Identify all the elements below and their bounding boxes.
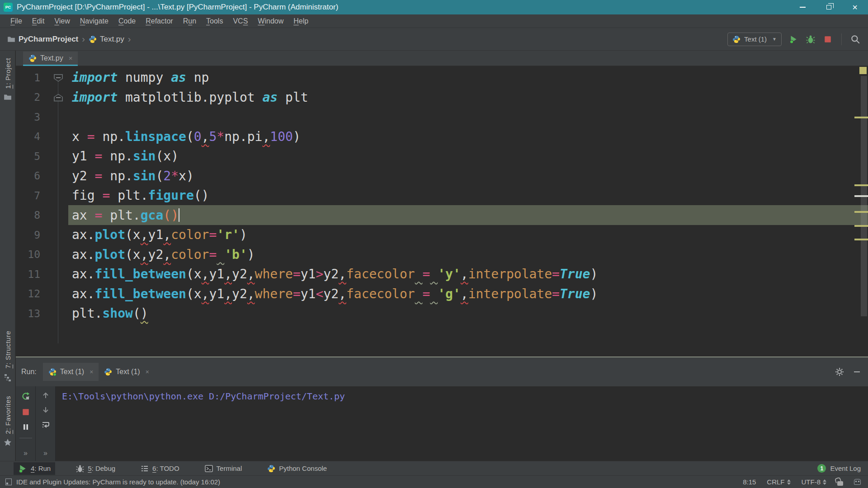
error-stripe-mark[interactable] xyxy=(854,239,868,240)
line-number: 2 xyxy=(16,91,40,103)
overflow-chevron-icon[interactable]: » xyxy=(24,449,28,457)
folder-icon xyxy=(4,93,12,101)
sidebar-item-structure[interactable]: 7: Structure xyxy=(0,331,15,381)
gutter-fold-column xyxy=(40,284,72,304)
code-line-3[interactable]: 3 xyxy=(16,107,868,127)
hector-inspections-icon[interactable] xyxy=(854,479,861,485)
minimize-button[interactable] xyxy=(789,0,816,14)
code-line-13[interactable]: 13plt.show() xyxy=(16,304,868,324)
console-toolbar-right: » xyxy=(36,386,56,461)
error-stripe-mark[interactable] xyxy=(854,184,868,186)
menu-window[interactable]: Window xyxy=(254,16,288,27)
menu-navigate[interactable]: Navigate xyxy=(76,16,113,27)
code-line-2[interactable]: 2import matplotlib.pyplot as plt xyxy=(16,88,868,108)
menu-help[interactable]: Help xyxy=(289,16,312,27)
breadcrumb-item[interactable]: PyCharmProject xyxy=(19,35,78,44)
toolwindow-toggle-icon[interactable] xyxy=(5,479,12,485)
code-area: 1import numpy as np2import matplotlib.py… xyxy=(16,66,868,324)
toolbar-separator xyxy=(19,438,32,438)
menu-tools[interactable]: Tools xyxy=(202,16,227,27)
tab-text-py[interactable]: Text.py × xyxy=(23,52,78,66)
hide-icon xyxy=(854,371,860,372)
unlock-icon[interactable] xyxy=(837,481,843,486)
code-line-9[interactable]: 9ax.plot(x,y1,color='r') xyxy=(16,225,868,245)
caret-position-widget[interactable]: 8:15 xyxy=(743,478,756,486)
stop-button[interactable] xyxy=(22,408,30,416)
menu-refactor[interactable]: Refactor xyxy=(142,16,177,27)
code-text: import matplotlib.pyplot as plt xyxy=(72,88,308,108)
encoding-widget[interactable]: UTF-8 xyxy=(802,478,827,486)
line-separator-value: CRLF xyxy=(767,478,784,486)
run-config-select[interactable]: Text (1) ▼ xyxy=(727,33,782,46)
sidebar-item-favorites[interactable]: 2: Favorites xyxy=(0,396,15,446)
down-stack-trace-button[interactable] xyxy=(42,406,49,413)
fold-marker-icon[interactable] xyxy=(54,74,63,82)
line-separator-widget[interactable]: CRLF xyxy=(767,478,790,486)
stripe-label: 2: Favorites xyxy=(4,396,12,434)
error-stripe-mark[interactable] xyxy=(854,117,868,118)
toolbar-divider xyxy=(841,33,842,45)
fold-marker-icon[interactable] xyxy=(54,94,63,102)
toolwindow-button-label: 5: Debug xyxy=(88,465,115,472)
menu-run[interactable]: Run xyxy=(179,16,200,27)
toolwindow-button--debug[interactable]: 5: Debug xyxy=(71,463,120,474)
event-log-button[interactable]: 1Event Log xyxy=(817,464,861,473)
toolwindow-button--todo[interactable]: 6: TODO xyxy=(136,463,184,474)
run-tab-1[interactable]: Text (1)× xyxy=(43,363,99,381)
run-console[interactable]: E:\Tools\python\python.exe D:/PyCharmPro… xyxy=(56,386,868,461)
run-tab-2[interactable]: Text (1)× xyxy=(99,363,155,381)
restore-button[interactable] xyxy=(816,0,842,14)
code-line-5[interactable]: 5y1 = np.sin(x) xyxy=(16,146,868,166)
inspection-indicator[interactable] xyxy=(859,67,867,74)
toolwindow-button-label: Python Console xyxy=(279,465,327,472)
toolwindow-button--run[interactable]: 4: Run xyxy=(14,462,55,475)
pause-output-button[interactable] xyxy=(22,423,29,431)
menu-code[interactable]: Code xyxy=(114,16,140,27)
run-button[interactable] xyxy=(788,34,799,45)
error-stripe-mark[interactable] xyxy=(854,195,868,197)
toolwindow-button-terminal[interactable]: Terminal xyxy=(200,463,247,474)
code-line-10[interactable]: 10ax.plot(x,y2,color= 'b') xyxy=(16,245,868,265)
code-line-8[interactable]: 8ax = plt.gca() xyxy=(16,206,868,225)
code-line-7[interactable]: 7fig = plt.figure() xyxy=(16,186,868,206)
pause-icon xyxy=(22,423,29,431)
search-everywhere-button[interactable] xyxy=(850,34,861,45)
code-line-4[interactable]: 4x = np.linspace(0,5*np.pi,100) xyxy=(16,127,868,147)
close-tab-icon[interactable]: × xyxy=(146,368,149,375)
hide-panel-button[interactable] xyxy=(854,371,860,372)
toolwindow-button-label: Terminal xyxy=(217,465,242,472)
menu-file[interactable]: File xyxy=(6,16,26,27)
code-line-1[interactable]: 1import numpy as np xyxy=(16,68,868,88)
code-line-12[interactable]: 12ax.fill_between(x,y1,y2,where=y1<y2,fa… xyxy=(16,284,868,304)
close-tab-icon[interactable]: × xyxy=(69,54,73,62)
gutter-fold-column xyxy=(40,146,72,166)
code-line-6[interactable]: 6y2 = np.sin(2*x) xyxy=(16,166,868,186)
gutter-fold-column xyxy=(40,206,72,225)
line-number: 4 xyxy=(16,131,40,142)
python-icon xyxy=(28,54,37,62)
close-button[interactable]: × xyxy=(842,0,868,14)
rerun-button[interactable] xyxy=(21,392,30,401)
menu-view[interactable]: View xyxy=(50,16,74,27)
left-toolwindow-bar: 1: Project7: Structure2: Favorites xyxy=(0,51,15,461)
line-number: 10 xyxy=(16,249,40,260)
stop-button[interactable] xyxy=(822,34,833,45)
menu-vcs[interactable]: VCS xyxy=(229,16,252,27)
debug-button[interactable] xyxy=(805,34,816,45)
close-tab-icon[interactable]: × xyxy=(90,368,93,375)
breadcrumb-item[interactable]: Text.py xyxy=(100,35,124,44)
gear-icon[interactable] xyxy=(835,367,844,376)
soft-wrap-button[interactable] xyxy=(42,421,50,429)
editor[interactable]: 1import numpy as np2import matplotlib.py… xyxy=(16,66,868,357)
run-tab-label: Text (1) xyxy=(60,368,84,376)
code-line-11[interactable]: 11ax.fill_between(x,y1,y2,where=y1>y2,fa… xyxy=(16,264,868,284)
sidebar-item-project[interactable]: 1: Project xyxy=(0,58,15,101)
error-stripe-mark[interactable] xyxy=(854,225,868,227)
menu-edit[interactable]: Edit xyxy=(28,16,49,27)
toolwindow-button-python-console[interactable]: Python Console xyxy=(263,463,331,474)
overflow-chevron-icon[interactable]: » xyxy=(43,449,47,457)
up-stack-trace-button[interactable] xyxy=(42,392,49,399)
run-tab-label: Text (1) xyxy=(116,368,140,376)
error-stripe-mark[interactable] xyxy=(854,211,868,213)
main-toolbar: PyCharmProject›Text.py› Text (1) ▼ xyxy=(0,28,868,51)
